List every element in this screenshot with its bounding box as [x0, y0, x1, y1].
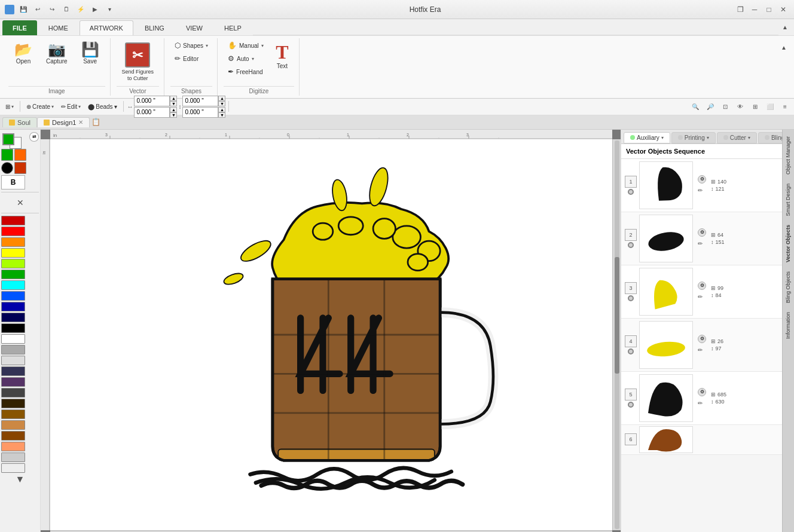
fit-button[interactable]: ⊡	[719, 100, 732, 113]
capture-button[interactable]: 📷 Capture	[41, 39, 73, 68]
v-scroll-track[interactable]	[615, 140, 619, 529]
rstab-smart-design[interactable]: Smart Design	[783, 179, 794, 221]
item4-settings[interactable]: ⚙	[698, 335, 706, 343]
clear-color-button[interactable]: ✕	[1, 195, 39, 210]
item3-settings[interactable]: ⚙	[698, 282, 706, 290]
more-button[interactable]: ≡	[778, 100, 792, 113]
tab-file[interactable]: FILE	[2, 20, 37, 35]
beads-tool[interactable]: ⬤ Beads ▾	[85, 102, 120, 111]
tab-soul[interactable]: Soul	[2, 117, 37, 127]
x2-spin-up[interactable]: ▲	[170, 107, 177, 112]
y2-spin-up[interactable]: ▲	[218, 107, 225, 112]
swap-colors-button[interactable]: ⇄	[29, 132, 39, 142]
editor-button[interactable]: ✏ Editor	[170, 53, 212, 65]
swatch-salmon[interactable]	[1, 442, 25, 451]
scrollbar-horizontal[interactable]	[50, 530, 612, 532]
item4-thumb[interactable]	[639, 321, 693, 369]
item3-thumb[interactable]	[639, 268, 693, 316]
close-design1-tab[interactable]: ✕	[78, 119, 83, 126]
swatch-orange[interactable]	[1, 237, 25, 247]
swatch-dark-blue[interactable]	[1, 302, 25, 311]
swatch-dark-navy[interactable]	[1, 366, 25, 376]
freehand-button[interactable]: ✒ FreeHand	[224, 66, 268, 78]
swatch-red[interactable]	[1, 216, 25, 225]
swatch-sienna[interactable]	[1, 431, 25, 441]
edit-tool[interactable]: ✏ Edit▾	[58, 102, 84, 111]
swatch-blue[interactable]	[1, 291, 25, 301]
swatch-black[interactable]	[1, 323, 25, 333]
save-qat-button[interactable]: 💾	[17, 3, 30, 16]
item1-edit[interactable]: ✏	[698, 187, 706, 195]
zoom-in-button[interactable]: 🔍	[689, 100, 702, 113]
manual-button[interactable]: ✋ Manual▾	[224, 39, 268, 51]
item5-settings[interactable]: ⚙	[698, 388, 706, 396]
flash-button[interactable]: ⚡	[74, 3, 87, 16]
rstab-information[interactable]: Information	[783, 308, 794, 343]
item1-thumb[interactable]	[639, 161, 693, 209]
x2-spin-down[interactable]: ▼	[170, 112, 177, 118]
item3-circle[interactable]	[628, 295, 634, 301]
y1-spin-down[interactable]: ▼	[218, 101, 225, 106]
swatch-near-white[interactable]	[1, 463, 25, 473]
canvas-inner[interactable]	[50, 139, 612, 530]
swatch-purple[interactable]	[1, 377, 25, 387]
swatch-yellow-green[interactable]	[1, 259, 25, 268]
y2-spin-down[interactable]: ▼	[218, 112, 225, 118]
color-green[interactable]	[1, 149, 13, 161]
tab-help[interactable]: HELP	[214, 20, 252, 35]
swatch-yellow[interactable]	[1, 248, 25, 258]
swatch-tan[interactable]	[1, 420, 25, 430]
tab-artwork[interactable]: ARTWORK	[80, 20, 133, 35]
swatch-white[interactable]	[1, 334, 25, 344]
bold-button[interactable]: B	[1, 175, 25, 189]
item5-edit[interactable]: ✏	[698, 400, 706, 408]
maximize-button[interactable]: □	[763, 4, 775, 16]
save2-qat-button[interactable]: 🗒	[60, 3, 73, 16]
color-red[interactable]	[14, 162, 26, 174]
open-button[interactable]: 📂 Open	[8, 39, 38, 68]
save-button[interactable]: 💾 Save	[75, 39, 105, 68]
y1-spin-up[interactable]: ▲	[218, 96, 225, 101]
color-orange-solid[interactable]	[14, 149, 26, 161]
item2-thumb[interactable]	[639, 215, 693, 262]
close-button[interactable]: ✕	[777, 4, 789, 16]
restore-button[interactable]: ❐	[734, 4, 746, 16]
rstab-object-manager[interactable]: Object Manager	[783, 132, 794, 179]
item1-circle[interactable]	[628, 189, 634, 195]
color-black-circle[interactable]	[1, 162, 13, 174]
send-figures-button[interactable]: ✂ Send Figuresto Cutter	[117, 39, 160, 85]
y2-input[interactable]	[182, 107, 218, 118]
scroll-palette-down[interactable]: ▼	[1, 474, 39, 485]
y1-input[interactable]	[182, 96, 218, 106]
tab-bling[interactable]: BLING	[135, 20, 175, 35]
rstab-vector-objects[interactable]: Vector Objects	[783, 221, 794, 267]
x1-spin-down[interactable]: ▼	[170, 101, 177, 106]
item1-settings[interactable]: ⚙	[698, 175, 706, 184]
ribbon-collapse-button[interactable]: ▲	[777, 41, 790, 54]
rstab-bling-objects[interactable]: Bling Objects	[783, 267, 794, 307]
auto-button[interactable]: ⚙ Auto▾	[224, 53, 268, 65]
create-tool[interactable]: ⊕ Create▾	[23, 102, 57, 111]
customize-qat-button[interactable]: ▾	[103, 3, 116, 16]
item4-circle[interactable]	[628, 348, 634, 354]
v-scroll-thumb[interactable]	[615, 257, 619, 374]
new-tab-button[interactable]: 📋	[90, 116, 102, 128]
item6-thumb[interactable]	[639, 426, 693, 453]
tab-design1[interactable]: Design1 ✕	[37, 117, 90, 127]
tab-home[interactable]: HOME	[38, 20, 78, 35]
swatch-green[interactable]	[1, 270, 25, 279]
undo-button[interactable]: ↩	[31, 3, 44, 16]
swatch-navy[interactable]	[1, 313, 25, 322]
shapes-button[interactable]: ⬡ Shapes▾	[170, 39, 212, 51]
swatch-light-gray[interactable]	[1, 356, 25, 365]
item2-edit[interactable]: ✏	[698, 240, 706, 249]
item5-circle[interactable]	[628, 402, 634, 408]
x2-input[interactable]	[134, 107, 170, 118]
rp-tab-printing[interactable]: Printing ▾	[671, 132, 716, 143]
swatch-cyan[interactable]	[1, 280, 25, 290]
rp-tab-cutter[interactable]: Cutter ▾	[717, 132, 757, 143]
tab-view[interactable]: VIEW	[176, 20, 213, 35]
zoom-out-button[interactable]: 🔎	[704, 100, 717, 113]
view-button[interactable]: 👁	[734, 100, 747, 113]
play-button[interactable]: ▶	[88, 3, 102, 16]
